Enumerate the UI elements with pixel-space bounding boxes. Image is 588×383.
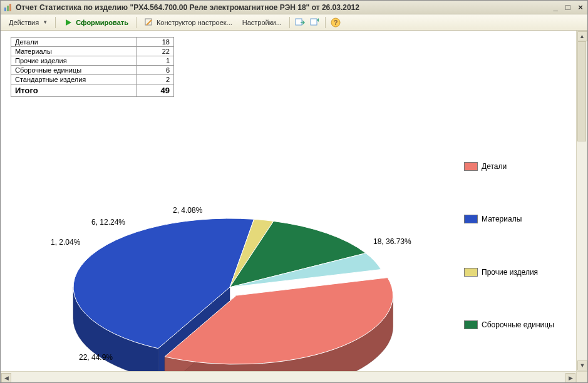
help-icon: ?	[331, 18, 341, 28]
form-label: Сформировать	[76, 19, 128, 26]
table-export-icon	[295, 18, 305, 28]
cell-label: Детали	[11, 38, 137, 47]
legend-swatch	[464, 215, 478, 223]
scrollbar-corner	[576, 371, 587, 382]
minimize-button[interactable]: _	[551, 3, 560, 12]
window-controls: _ □ ×	[551, 3, 585, 12]
table-row: Детали18	[11, 38, 174, 47]
help-button[interactable]: ?	[329, 16, 343, 29]
play-icon	[63, 18, 73, 28]
legend-item: Сборочные единицы	[464, 320, 564, 329]
scrollbar-thumb[interactable]	[577, 41, 586, 141]
svg-rect-6	[296, 19, 302, 25]
report-page: Детали18 Материалы22 Прочие изделия1 Сбо…	[1, 31, 576, 371]
svg-rect-1	[7, 6, 9, 11]
scroll-down-arrow-icon[interactable]: ▼	[577, 360, 587, 370]
toolbar: Действия ▼ Сформировать Конструктор наст…	[1, 14, 587, 31]
legend-label: Прочие изделия	[482, 268, 538, 277]
constructor-label: Конструктор настроек...	[157, 19, 232, 26]
cell-value: 18	[137, 38, 174, 47]
cell-label: Стандартные изделия	[11, 75, 137, 84]
settings-label: Настройки...	[242, 19, 282, 26]
horizontal-scrollbar[interactable]: ◀ ▶	[1, 371, 576, 382]
data-label: 1, 2.04%	[51, 238, 80, 247]
wand-icon	[144, 18, 154, 28]
vertical-scrollbar[interactable]: ▲ ▼	[576, 31, 587, 371]
scroll-right-arrow-icon[interactable]: ▶	[565, 373, 575, 382]
toolbar-separator	[55, 17, 56, 28]
maximize-button[interactable]: □	[564, 3, 572, 12]
cell-label: Прочие изделия	[11, 56, 137, 66]
cell-label: Материалы	[11, 47, 137, 56]
cell-value: 2	[137, 75, 174, 84]
scroll-area: Детали18 Материалы22 Прочие изделия1 Сбо…	[1, 31, 587, 382]
svg-line-5	[147, 20, 152, 25]
pie-chart-svg	[11, 156, 449, 382]
table-row: Материалы22	[11, 47, 174, 56]
cell-value: 22	[137, 47, 174, 56]
summary-table: Детали18 Материалы22 Прочие изделия1 Сбо…	[11, 37, 174, 97]
legend-item: Материалы	[464, 215, 564, 223]
total-value: 49	[137, 84, 174, 97]
toolbar-separator	[289, 17, 290, 28]
legend-swatch	[464, 268, 478, 277]
report-window: Отчет Статистика по изделию "PX4.564.700…	[0, 0, 588, 383]
titlebar: Отчет Статистика по изделию "PX4.564.700…	[1, 1, 587, 14]
table-total-row: Итого49	[11, 84, 174, 97]
scroll-up-arrow-icon[interactable]: ▲	[577, 31, 587, 41]
close-button[interactable]: ×	[576, 3, 585, 12]
form-report-button[interactable]: Сформировать	[59, 16, 133, 29]
svg-text:?: ?	[334, 19, 338, 26]
data-label: 2, 4.08%	[173, 206, 202, 215]
table-row: Прочие изделия1	[11, 56, 174, 66]
data-label: 22, 44.9%	[79, 353, 113, 362]
legend-swatch	[464, 320, 478, 329]
table-refresh-icon	[310, 18, 320, 28]
table-row: Стандартные изделия2	[11, 75, 174, 84]
data-label: 6, 12.24%	[91, 218, 125, 227]
legend-label: Сборочные единицы	[482, 320, 554, 329]
svg-rect-2	[9, 4, 11, 11]
total-label: Итого	[11, 84, 137, 97]
actions-menu[interactable]: Действия ▼	[4, 16, 52, 29]
toolbar-separator	[136, 17, 137, 28]
chevron-down-icon: ▼	[43, 19, 48, 25]
content-area: Детали18 Материалы22 Прочие изделия1 Сбо…	[1, 31, 587, 382]
toolbar-separator	[325, 17, 326, 28]
data-label: 18, 36.73%	[373, 237, 411, 246]
settings-constructor-button[interactable]: Конструктор настроек...	[140, 16, 237, 29]
cell-value: 6	[137, 66, 174, 75]
settings-button[interactable]: Настройки...	[238, 16, 286, 29]
legend-label: Детали	[482, 162, 507, 171]
svg-marker-3	[66, 19, 71, 26]
legend-item: Прочие изделия	[464, 268, 564, 277]
legend-label: Материалы	[482, 215, 522, 223]
svg-rect-4	[145, 19, 152, 25]
scroll-left-arrow-icon[interactable]: ◀	[1, 373, 11, 382]
table-row: Сборочные единицы6	[11, 66, 174, 75]
legend-item: Детали	[464, 162, 564, 171]
svg-rect-7	[311, 19, 317, 25]
report-chart-icon	[3, 3, 13, 13]
export-icon-button[interactable]	[293, 16, 307, 29]
legend-swatch	[464, 162, 478, 171]
chart-legend: Детали Материалы Прочие изделия Сборочны…	[464, 162, 564, 330]
svg-rect-0	[4, 8, 6, 11]
cell-value: 1	[137, 56, 174, 66]
actions-label: Действия	[9, 19, 39, 26]
refresh-icon-button[interactable]	[308, 16, 322, 29]
window-title: Отчет Статистика по изделию "PX4.564.700…	[16, 3, 551, 12]
cell-label: Сборочные единицы	[11, 66, 137, 75]
